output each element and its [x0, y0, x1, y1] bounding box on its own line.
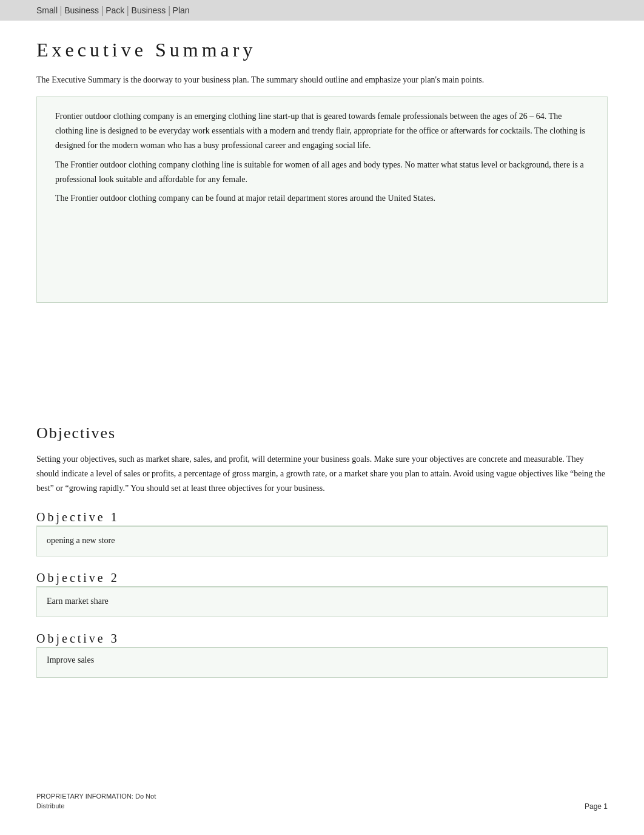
- breadcrumb-pack: Pack: [106, 5, 124, 15]
- page-footer: PROPRIETARY INFORMATION: Do Not Distribu…: [36, 792, 608, 811]
- objective-2-heading: Objective 2: [36, 571, 608, 587]
- footer-line-2: Distribute: [36, 802, 156, 811]
- objective-1-value: opening a new store: [47, 534, 597, 547]
- footer-line-1: PROPRIETARY INFORMATION: Do Not: [36, 792, 156, 801]
- objective-2-box[interactable]: Earn market share: [36, 587, 608, 617]
- footer-page-number: Page 1: [585, 802, 608, 811]
- objective-1-heading: Objective 1: [36, 510, 608, 526]
- summary-paragraph-3: The Frontier outdoor clothing company ca…: [55, 191, 589, 206]
- breadcrumb-sep-2: |: [101, 5, 103, 16]
- intro-text: The Executive Summary is the doorway to …: [36, 73, 608, 87]
- footer-proprietary: PROPRIETARY INFORMATION: Do Not Distribu…: [36, 792, 156, 811]
- breadcrumb-sep-1: |: [60, 5, 62, 16]
- section-gap: [36, 315, 608, 424]
- breadcrumb-business2: Business: [132, 5, 166, 15]
- objective-2-section: Objective 2 Earn market share: [36, 571, 608, 617]
- objective-3-value: Improve sales: [47, 655, 597, 665]
- page-title: Executive Summary: [36, 39, 608, 61]
- breadcrumb-sep-4: |: [168, 5, 170, 16]
- breadcrumb-sep-3: |: [127, 5, 129, 16]
- summary-paragraph-2: The Frontier outdoor clothing company cl…: [55, 158, 589, 187]
- breadcrumb: Small | Business | Pack | Business | Pla…: [0, 0, 644, 21]
- breadcrumb-plan: Plan: [173, 5, 190, 15]
- objective-2-value: Earn market share: [47, 595, 597, 608]
- objectives-title: Objectives: [36, 424, 608, 442]
- objective-3-section: Objective 3 Improve sales: [36, 632, 608, 678]
- objective-3-box[interactable]: Improve sales: [36, 647, 608, 678]
- breadcrumb-small: Small: [36, 5, 58, 15]
- breadcrumb-business1: Business: [64, 5, 99, 15]
- objective-1-section: Objective 1 opening a new store: [36, 510, 608, 556]
- objective-3-heading: Objective 3: [36, 632, 608, 647]
- objectives-intro: Setting your objectives, such as market …: [36, 452, 608, 495]
- summary-paragraph-1: Frontier outdoor clothing company is an …: [55, 109, 589, 152]
- objective-1-box[interactable]: opening a new store: [36, 526, 608, 556]
- executive-summary-box: Frontier outdoor clothing company is an …: [36, 96, 608, 303]
